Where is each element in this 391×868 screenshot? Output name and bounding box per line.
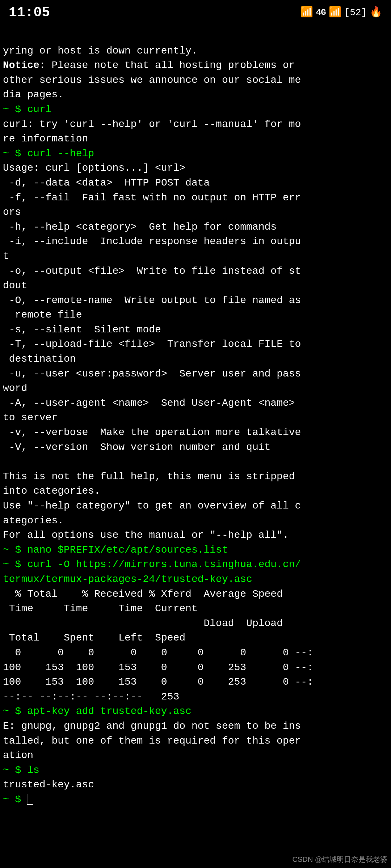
terminal-gnupg-error: E: gnupg, gnupg2 and gnupg1 do not seem …	[3, 720, 301, 761]
terminal-prompt-2: ~ $ curl --help	[3, 148, 94, 159]
terminal-prompt-5: ~ $ apt-key add trusted-key.asc	[3, 706, 192, 717]
wifi-icon: 📶	[300, 5, 313, 20]
terminal-content: yring or host is down currently. Notice:…	[0, 25, 391, 810]
terminal-help-note: This is not the full help, this menu is …	[3, 471, 301, 541]
watermark: CSDN @结城明日奈是我老婆	[292, 854, 387, 864]
signal-bars-icon: 📶	[329, 5, 341, 20]
terminal-curl-help: Usage: curl [options...] <url> -d, --dat…	[3, 162, 301, 452]
terminal-notice: Notice: Please note that all hosting pro…	[3, 60, 301, 100]
terminal-prompt-4: ~ $ curl -O https://mirrors.tuna.tsinghu…	[3, 559, 301, 585]
terminal-prompt-6: ~ $ ls	[3, 765, 39, 776]
status-time: 11:05	[9, 3, 50, 22]
status-bar: 11:05 📶 4G 📶 [52] 🔥	[0, 0, 391, 25]
terminal-prompt-3: ~ $ nano $PREFIX/etc/apt/sources.list	[3, 544, 228, 556]
terminal-line-1: yring or host is down currently.	[3, 45, 198, 56]
terminal-prompt-7: ~ $ █	[3, 794, 33, 805]
terminal-ls-output: trusted-key.asc	[3, 779, 94, 790]
signal-4g-icon: 4G	[316, 7, 326, 19]
battery-icon: [52]	[344, 6, 367, 19]
terminal-prompt-1: ~ $ curl	[3, 104, 51, 115]
terminal-curl-progress: % Total % Received % Xferd Average Speed…	[3, 588, 313, 702]
flame-icon: 🔥	[370, 5, 382, 20]
status-icons: 📶 4G 📶 [52] 🔥	[300, 5, 382, 20]
terminal-curl-response: curl: try 'curl --help' or 'curl --manua…	[3, 119, 301, 145]
